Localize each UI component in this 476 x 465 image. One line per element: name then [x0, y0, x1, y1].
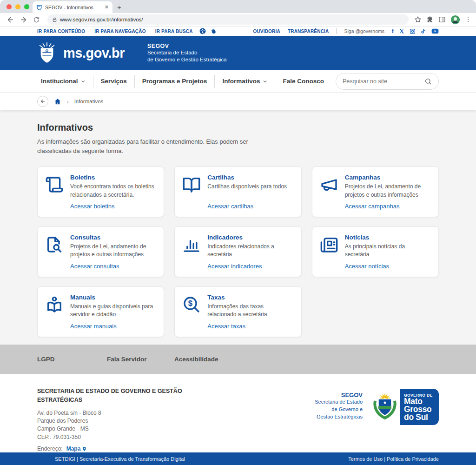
maximize-window-button[interactable] — [24, 4, 29, 9]
card-link-taxas[interactable]: Acessar taxas — [207, 319, 293, 330]
extensions-puzzle-icon[interactable] — [426, 16, 434, 23]
chevron-down-icon — [81, 79, 86, 84]
new-tab-button[interactable]: + — [117, 4, 121, 11]
card-link-consultas[interactable]: Acessar consultas — [70, 259, 156, 270]
url-bar[interactable]: www.segov.ms.gov.br/informativos/ — [47, 14, 409, 25]
tab-title: SEGOV - Informativos — [45, 5, 102, 10]
search-icon[interactable] — [424, 78, 432, 85]
card-description: Informações das taxas relacionado a secr… — [207, 303, 293, 319]
card-link-cartilhas[interactable]: Acessar cartilhas — [207, 199, 293, 210]
address-line: CEP.: 79.031-350 — [37, 433, 195, 441]
governo-de-ms-box: GOVERNO DE Mato Grosso do Sul — [400, 389, 439, 425]
footer-address: Av. do Poeta s/n - Bloco 8 Parque dos Po… — [37, 409, 195, 442]
card-description: Você encontrara todos os boletins relaci… — [70, 183, 156, 199]
address-line: Campo Grande - MS — [37, 425, 195, 433]
card-description: Projetos de Lei, andamento de projetos e… — [70, 243, 156, 259]
nav-item-servicos[interactable]: Serviços — [93, 75, 134, 88]
site-header: ms.gov.br SEGOV Secretaria de Estado de … — [0, 36, 476, 70]
main-content: Informativos As informações são organiza… — [0, 110, 476, 345]
nav-label: Fale Conosco — [283, 78, 324, 85]
fala-servidor-link[interactable]: Fala Servidor — [107, 356, 174, 363]
reload-icon[interactable] — [31, 14, 42, 25]
close-window-button[interactable] — [7, 4, 12, 9]
breadcrumb-current: Informativos — [74, 99, 104, 104]
back-button[interactable] — [37, 96, 48, 107]
follow-label: Siga @governoms — [344, 28, 384, 34]
setdigi-credit: SETDIGI | Secretaria-Executiva de Transf… — [55, 456, 185, 462]
instagram-icon[interactable] — [410, 28, 416, 34]
nav-item-informativos[interactable]: Informativos — [214, 75, 275, 88]
separator: | — [384, 456, 385, 462]
x-twitter-icon[interactable] — [399, 28, 404, 34]
footer-segov-line: Gestão Estratégicas — [315, 413, 363, 421]
card-title: Indicadores — [207, 234, 293, 241]
map-pin-icon — [82, 446, 87, 452]
toolbar-actions — [414, 15, 471, 25]
department-name: SEGOV Secretaria de Estado de Governo e … — [147, 43, 227, 63]
footer-segov-acronym: SEGOV — [315, 392, 363, 399]
nav-item-institucional[interactable]: Institucional — [37, 75, 93, 88]
nav-item-fale-conosco[interactable]: Fale Conosco — [275, 75, 331, 88]
map-link[interactable]: Mapa — [66, 445, 87, 452]
brand-wordmark[interactable]: ms.gov.br — [63, 46, 125, 61]
card-link-indicadores[interactable]: Acessar indicadores — [207, 259, 293, 270]
home-icon[interactable] — [54, 98, 61, 105]
card-title: Consultas — [70, 234, 156, 241]
window-controls[interactable] — [7, 4, 29, 9]
acessibilidade-link[interactable]: Acessibilidade — [174, 356, 218, 363]
profile-avatar[interactable] — [450, 15, 460, 25]
nav-label: Institucional — [41, 78, 78, 85]
facebook-icon[interactable]: f — [392, 28, 394, 35]
social-icons: f — [392, 28, 439, 35]
footer-endereco-row: Endereço: Mapa — [37, 445, 195, 452]
utility-icons — [199, 28, 218, 35]
card-title: Campanhas — [345, 174, 431, 181]
bookmark-star-icon[interactable] — [414, 16, 422, 23]
footer-org-title: SECRETARIA DE ESTADO DE GOVERNO E GESTÃO… — [37, 387, 195, 405]
politica-privacidade-link[interactable]: Política de Privacidade — [387, 456, 439, 462]
search-dollar-icon: $ — [182, 295, 201, 314]
libras-hands-icon[interactable] — [211, 28, 218, 35]
main-navigation: Institucional Serviços Programas e Proje… — [0, 70, 476, 93]
youtube-icon[interactable] — [431, 28, 439, 34]
forward-icon[interactable] — [18, 14, 29, 25]
browser-tab[interactable]: SEGOV - Informativos ✕ — [33, 1, 112, 13]
card-manuais: Manuais Manuais e guias disponíveis para… — [37, 286, 164, 337]
nav-item-programas[interactable]: Programas e Projetos — [134, 75, 215, 88]
card-link-manuais[interactable]: Acessar manuais — [70, 319, 156, 330]
card-description: Projetos de Lei, andamento de projetos e… — [345, 183, 431, 199]
footer: SECRETARIA DE ESTADO DE GOVERNO E GESTÃO… — [0, 374, 476, 452]
skip-to-navigation-link[interactable]: IR PARA NAVEGAÇÃO — [94, 29, 145, 34]
menu-kebab-icon[interactable] — [465, 16, 471, 23]
card-link-noticias[interactable]: Acessar notícias — [345, 259, 431, 270]
accessibility-icon[interactable] — [199, 28, 206, 34]
tab-close-icon[interactable]: ✕ — [105, 4, 109, 10]
divider — [336, 28, 337, 34]
skip-to-content-link[interactable]: IR PARA CONTEÚDO — [37, 29, 85, 34]
tiktok-icon[interactable] — [421, 28, 426, 34]
tab-strip: SEGOV - Informativos ✕ + — [0, 0, 476, 13]
ouvidoria-link[interactable]: OUVIDORIA — [253, 29, 280, 34]
footer-segov-text: SEGOV Secretaria de Estado de Governo e … — [315, 389, 363, 421]
reader-icon — [45, 295, 64, 314]
scroll-icon — [45, 175, 64, 194]
site-search-input[interactable] — [343, 78, 424, 85]
side-panel-icon[interactable] — [438, 16, 446, 23]
card-link-boletins[interactable]: Acessar boletins — [70, 199, 156, 210]
card-title: Manuais — [70, 294, 156, 301]
site-search[interactable] — [336, 73, 439, 90]
endereco-label: Endereço: — [37, 445, 63, 452]
lock-icon — [52, 17, 57, 22]
card-link-campanhas[interactable]: Acessar campanhas — [345, 199, 431, 210]
card-consultas: Consultas Projetos de Lei, andamento de … — [37, 226, 164, 277]
department-acronym: SEGOV — [147, 43, 227, 49]
minimize-window-button[interactable] — [15, 4, 20, 9]
lgpd-link[interactable]: LGPD — [37, 356, 107, 363]
back-icon[interactable] — [5, 14, 16, 25]
transparencia-link[interactable]: TRANSPARÊNCIA — [288, 29, 329, 34]
termos-de-uso-link[interactable]: Termos de Uso — [348, 456, 383, 462]
card-title: Notícias — [345, 234, 431, 241]
skip-to-search-link[interactable]: IR PARA BUSCA — [155, 29, 193, 34]
department-line1: Secretaria de Estado — [147, 49, 227, 56]
footer-segov-line: Secretaria de Estado — [315, 399, 363, 406]
